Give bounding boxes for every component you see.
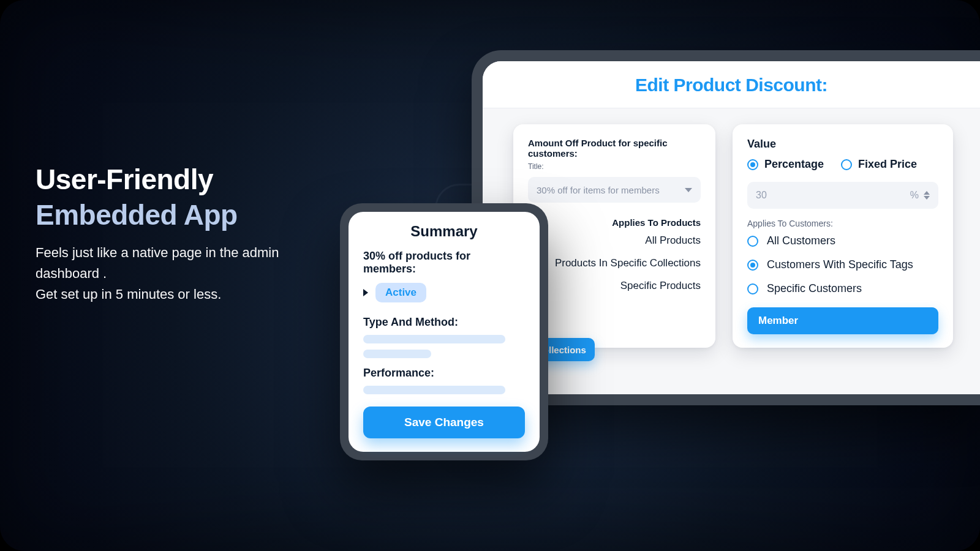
radio-icon (747, 236, 758, 247)
applies-customers-heading: Applies To Customers: (747, 219, 938, 228)
heading-line-2: Embedded App (36, 198, 336, 233)
summary-status-row: Active (363, 283, 525, 302)
summary-discount-title: 30% off products for members: (363, 250, 525, 276)
value-unit: % (910, 190, 919, 201)
heading-line-1: User-Friendly (36, 163, 213, 195)
phone-device: Summary 30% off products for members: Ac… (340, 203, 548, 460)
value-amount-input[interactable]: 30 % (747, 182, 938, 209)
editor-title: Edit Product Discount: (483, 75, 980, 96)
applies-customers-option[interactable]: Customers With Specific Tags (747, 258, 938, 271)
triangle-right-icon (363, 289, 368, 296)
applies-customers-list: All Customers Customers With Specific Ta… (747, 234, 938, 295)
amount-off-heading: Amount Off Product for specific customer… (528, 138, 701, 159)
applies-customers-option[interactable]: Specific Customers (747, 282, 938, 295)
value-amount: 30 (756, 190, 905, 201)
value-heading: Value (747, 138, 938, 151)
summary-screen: Summary 30% off products for members: Ac… (349, 212, 540, 452)
radio-icon (747, 260, 758, 271)
value-stepper[interactable] (924, 191, 930, 200)
chevron-down-icon (685, 188, 692, 192)
save-changes-button[interactable]: Save Changes (363, 407, 525, 438)
chevron-up-icon (924, 191, 930, 195)
applies-products-option[interactable]: All Products (528, 234, 701, 248)
radio-icon (841, 159, 852, 170)
customer-tag-button[interactable]: Member (747, 307, 938, 334)
applies-products-option[interactable]: Products In Specific Collections (528, 257, 701, 271)
skeleton-line (363, 335, 505, 343)
skeleton-line (363, 386, 505, 394)
editor-titlebar: Edit Product Discount: (483, 61, 980, 108)
discount-title-value: 30% off for items for members (537, 185, 660, 195)
applies-customers-option[interactable]: All Customers (747, 234, 938, 247)
value-panel: Value Percentage Fixed Price 30 (733, 124, 953, 348)
status-badge: Active (375, 283, 426, 302)
marketing-heading: User-Friendly Embedded App (36, 162, 336, 233)
value-type-fixed[interactable]: Fixed Price (841, 158, 917, 171)
type-method-label: Type And Method: (363, 316, 525, 329)
radio-icon (747, 159, 758, 170)
title-label: Title: (528, 162, 701, 171)
performance-label: Performance: (363, 367, 525, 380)
applies-products-heading: Applies To Products (528, 217, 701, 228)
value-type-percentage[interactable]: Percentage (747, 158, 824, 171)
radio-icon (747, 283, 758, 294)
discount-title-select[interactable]: 30% off for items for members (528, 177, 701, 203)
chevron-down-icon (924, 196, 930, 200)
marketing-paragraph: Feels just like a native page in the adm… (36, 242, 336, 305)
applies-products-option[interactable]: Specific Products (528, 279, 701, 293)
summary-title: Summary (363, 223, 525, 240)
marketing-copy: User-Friendly Embedded App Feels just li… (36, 162, 336, 305)
editor-screen: Edit Product Discount: Amount Off Produc… (483, 61, 980, 394)
skeleton-line (363, 350, 431, 358)
value-type-row: Percentage Fixed Price (747, 158, 938, 171)
applies-products-list: All Products Products In Specific Collec… (528, 234, 701, 293)
